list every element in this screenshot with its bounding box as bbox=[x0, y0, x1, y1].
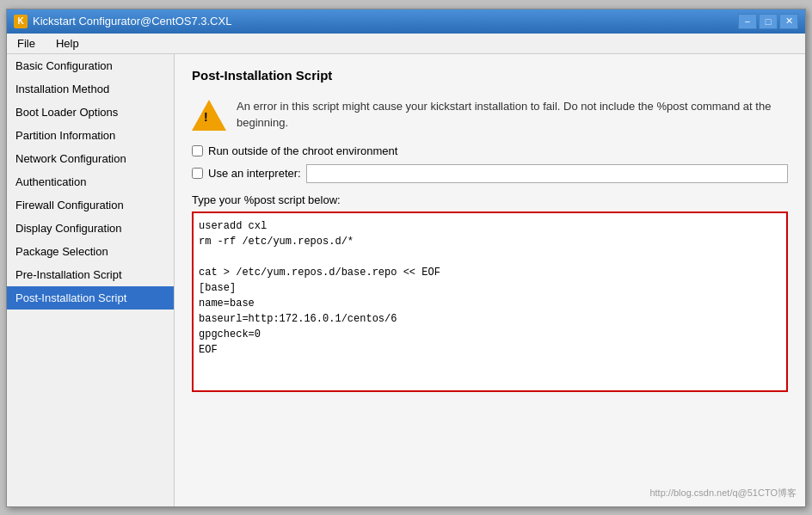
sidebar-item-display-configuration[interactable]: Display Configuration bbox=[7, 217, 174, 240]
window-title: Kickstart Configurator@CentOS7.3.CXL bbox=[33, 15, 231, 28]
sidebar-item-partition-information[interactable]: Partition Information bbox=[7, 124, 174, 147]
interpreter-input[interactable] bbox=[306, 164, 788, 183]
warning-exclamation: ! bbox=[204, 110, 208, 124]
warning-triangle-shape bbox=[192, 100, 226, 131]
maximize-button[interactable]: □ bbox=[759, 14, 778, 29]
chroot-label: Run outside of the chroot environment bbox=[208, 144, 397, 157]
close-button[interactable]: ✕ bbox=[779, 14, 798, 29]
sidebar-item-firewall-configuration[interactable]: Firewall Configuration bbox=[7, 193, 174, 217]
sidebar-item-authentication[interactable]: Authentication bbox=[7, 170, 174, 193]
minimize-button[interactable]: − bbox=[738, 14, 757, 29]
title-bar: K Kickstart Configurator@CentOS7.3.CXL −… bbox=[7, 9, 805, 34]
warning-icon: ! bbox=[192, 98, 226, 132]
chroot-checkbox[interactable] bbox=[192, 145, 203, 156]
chroot-checkbox-row: Run outside of the chroot environment bbox=[192, 144, 788, 157]
sidebar-item-pre-installation-script[interactable]: Pre-Installation Script bbox=[7, 263, 174, 286]
menu-help[interactable]: Help bbox=[49, 35, 86, 52]
sidebar: Basic Configuration Installation Method … bbox=[7, 54, 175, 506]
sidebar-item-basic-configuration[interactable]: Basic Configuration bbox=[7, 54, 174, 77]
sidebar-item-boot-loader-options[interactable]: Boot Loader Options bbox=[7, 101, 174, 124]
script-label: Type your %post script below: bbox=[192, 193, 788, 206]
warning-text: An error in this script might cause your… bbox=[237, 98, 788, 132]
content-area: Basic Configuration Installation Method … bbox=[7, 54, 805, 506]
menu-file[interactable]: File bbox=[10, 35, 42, 52]
menu-bar: File Help bbox=[7, 34, 805, 54]
sidebar-item-installation-method[interactable]: Installation Method bbox=[7, 77, 174, 101]
main-panel: Post-Installation Script ! An error in t… bbox=[175, 54, 805, 506]
interpreter-checkbox[interactable] bbox=[192, 168, 203, 179]
window-controls: − □ ✕ bbox=[738, 14, 798, 29]
panel-title: Post-Installation Script bbox=[192, 68, 788, 88]
title-bar-left: K Kickstart Configurator@CentOS7.3.CXL bbox=[14, 15, 231, 28]
watermark: http://blog.csdn.net/q@51CTO博客 bbox=[649, 487, 797, 500]
interpreter-row: Use an interpreter: bbox=[192, 164, 788, 183]
sidebar-item-post-installation-script[interactable]: Post-Installation Script bbox=[7, 286, 174, 310]
sidebar-item-network-configuration[interactable]: Network Configuration bbox=[7, 147, 174, 170]
sidebar-item-package-selection[interactable]: Package Selection bbox=[7, 240, 174, 263]
warning-box: ! An error in this script might cause yo… bbox=[192, 98, 788, 132]
post-script-textarea[interactable] bbox=[192, 212, 788, 392]
main-window: K Kickstart Configurator@CentOS7.3.CXL −… bbox=[6, 9, 806, 507]
interpreter-label: Use an interpreter: bbox=[208, 167, 301, 180]
app-icon: K bbox=[14, 15, 28, 28]
